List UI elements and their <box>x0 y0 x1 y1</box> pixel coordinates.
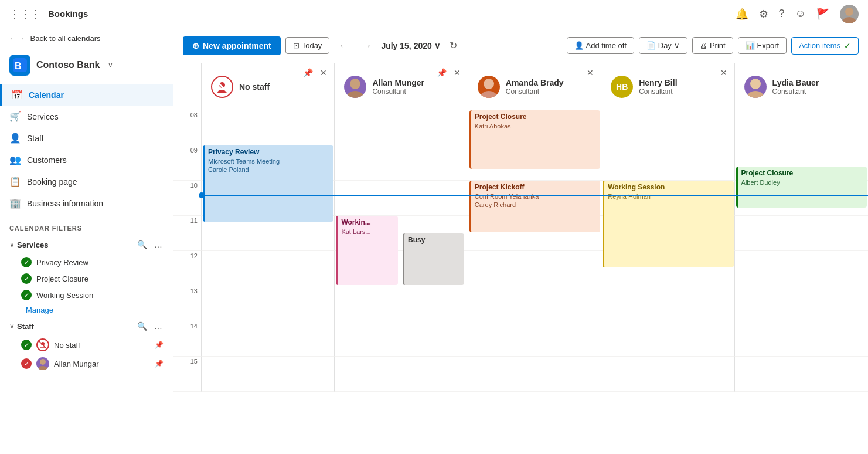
calendar-event[interactable]: Working SessionReyna Holman <box>603 181 733 267</box>
sidebar-item-booking-page[interactable]: 📋 Booking page <box>0 171 173 192</box>
prev-button[interactable]: ← <box>334 38 353 53</box>
sidebar-nav: 📅 Calendar 🛒 Services 👤 Staff 👥 Customer… <box>0 82 173 216</box>
action-items-button[interactable]: Action items ✓ <box>791 37 859 55</box>
lydia-info: Lydia Bauer Consultant <box>772 78 819 96</box>
staff-role: Consultant <box>772 87 819 96</box>
close-icon[interactable]: ✕ <box>587 68 594 77</box>
cal-cell[interactable] <box>202 321 335 357</box>
cal-cell[interactable] <box>601 286 734 321</box>
close-icon[interactable]: ✕ <box>320 68 327 77</box>
print-button[interactable]: 🖨 Print <box>692 37 733 54</box>
sidebar-item-calendar[interactable]: 📅 Calendar <box>0 84 173 106</box>
staff-role: Consultant <box>639 87 677 96</box>
cal-cell[interactable] <box>468 357 601 392</box>
staff-col-henry: ✕ HB Henry Bill Consultant <box>601 63 734 110</box>
sidebar-item-staff[interactable]: 👤 Staff <box>0 127 173 149</box>
time-label: 09 <box>173 145 202 181</box>
cal-cell[interactable] <box>601 110 734 145</box>
cal-cell[interactable] <box>335 357 468 392</box>
staff-filter-title: Staff <box>17 322 136 331</box>
staff-more-icon[interactable]: … <box>153 320 164 332</box>
add-time-off-button[interactable]: 👤 Add time off <box>567 37 634 54</box>
new-appointment-button[interactable]: ⊕ New appointment <box>183 36 281 55</box>
feedback-icon[interactable]: ☺ <box>795 8 806 20</box>
cal-cell[interactable] <box>735 286 868 321</box>
services-filter-header[interactable]: ∨ Services 🔍 … <box>5 235 168 254</box>
calendar-event[interactable]: Privacy ReviewMicrosoft Teams MeetingCar… <box>203 145 333 222</box>
staff-name: Lydia Bauer <box>772 78 819 87</box>
filter-item-working-session[interactable]: ✓ Working Session <box>5 287 168 303</box>
manage-link[interactable]: Manage <box>5 303 168 317</box>
services-more-icon[interactable]: … <box>153 239 164 250</box>
cal-cell[interactable] <box>468 251 601 286</box>
sidebar-item-services[interactable]: 🛒 Services <box>0 106 173 127</box>
help-icon[interactable]: ? <box>779 8 785 20</box>
staff-collapse-icon: ∨ <box>9 322 15 330</box>
staff-filter-header[interactable]: ∨ Staff 🔍 … <box>5 317 168 336</box>
staff-col-lydia: Lydia Bauer Consultant <box>735 63 868 110</box>
pin-icon[interactable]: 📌 <box>303 68 313 77</box>
cal-cell[interactable] <box>601 321 734 357</box>
cal-cell[interactable] <box>202 251 335 286</box>
calendar-event[interactable]: Project ClosureKatri Ahokas <box>469 110 600 169</box>
cal-cell[interactable] <box>202 110 335 145</box>
services-search-icon[interactable]: 🔍 <box>136 239 148 250</box>
back-to-calendars[interactable]: ← ← Back to all calendars <box>0 28 173 49</box>
notification-icon[interactable]: 🔔 <box>736 8 748 21</box>
avatar[interactable] <box>840 5 859 23</box>
cal-cell[interactable] <box>601 357 734 392</box>
flag-icon[interactable]: 🚩 <box>816 8 829 21</box>
close-icon[interactable]: ✕ <box>454 68 461 77</box>
cal-cell[interactable] <box>335 286 468 321</box>
brand-icon: B <box>9 55 30 76</box>
next-button[interactable]: → <box>358 38 376 53</box>
allan-avatar-lg <box>344 76 366 98</box>
staff-filter-item-nostaff[interactable]: ✓ No staff 📌 <box>5 336 168 354</box>
cal-cell[interactable] <box>735 216 868 251</box>
cal-cell[interactable] <box>335 110 468 145</box>
today-button[interactable]: ⊡ Today <box>285 37 330 54</box>
svg-point-8 <box>38 366 48 370</box>
settings-icon[interactable]: ⚙ <box>759 8 768 21</box>
sidebar-item-business-info[interactable]: 🏢 Business information <box>0 192 173 214</box>
filter-item-project-closure[interactable]: ✓ Project Closure <box>5 270 168 287</box>
cal-cell[interactable] <box>468 321 601 357</box>
staff-search-icon[interactable]: 🔍 <box>136 320 148 332</box>
sidebar-item-customers[interactable]: 👥 Customers <box>0 149 173 171</box>
cal-cell[interactable] <box>468 286 601 321</box>
export-button[interactable]: 📊 Export <box>738 37 787 54</box>
cal-cell[interactable] <box>601 145 734 181</box>
cal-cell[interactable] <box>735 357 868 392</box>
staff-filter-item-allan[interactable]: ✓ Allan Mungar 📌 <box>5 354 168 373</box>
cal-cell[interactable] <box>735 110 868 145</box>
calendar-event[interactable]: Busy <box>403 233 464 285</box>
cal-cell[interactable] <box>202 357 335 392</box>
pin-icon[interactable]: 📌 <box>155 341 164 349</box>
brand-chevron-icon[interactable]: ∨ <box>108 61 113 69</box>
waffle-icon[interactable]: ⋮⋮⋮ <box>9 8 41 21</box>
calendar-event[interactable]: Workin...Kat Lars... <box>336 216 397 285</box>
sidebar-brand[interactable]: B Contoso Bank ∨ <box>0 49 173 82</box>
view-selector[interactable]: 📄 Day ∨ <box>639 37 687 54</box>
refresh-button[interactable]: ↻ <box>445 38 462 53</box>
sidebar-item-label: Booking page <box>27 177 77 187</box>
cal-cell[interactable] <box>202 286 335 321</box>
date-selector[interactable]: July 15, 2020 ∨ <box>381 41 440 50</box>
calendar-event[interactable]: Project KickoffConf Room YelahankaCarey … <box>469 181 600 232</box>
cal-cell[interactable] <box>335 145 468 181</box>
allan-avatar-sm <box>36 357 49 370</box>
filter-item-privacy-review[interactable]: ✓ Privacy Review <box>5 254 168 270</box>
cal-cell[interactable] <box>735 251 868 286</box>
cal-cell[interactable] <box>335 321 468 357</box>
close-icon[interactable]: ✕ <box>720 68 727 77</box>
cal-cell[interactable] <box>335 181 468 216</box>
cal-cell[interactable] <box>735 321 868 357</box>
pin-icon[interactable]: 📌 <box>155 360 164 368</box>
toolbar-right: 👤 Add time off 📄 Day ∨ 🖨 Print 📊 Export <box>567 37 859 55</box>
sidebar: ← ← Back to all calendars B Contoso Bank… <box>0 28 173 454</box>
calendar-event[interactable]: Project ClosureAlbert Dudley <box>736 167 867 208</box>
pin-icon[interactable]: 📌 <box>437 68 447 77</box>
sidebar-item-label: Staff <box>27 134 44 143</box>
filter-item-label: Privacy Review <box>36 258 88 267</box>
filter-item-label: Working Session <box>36 291 93 300</box>
